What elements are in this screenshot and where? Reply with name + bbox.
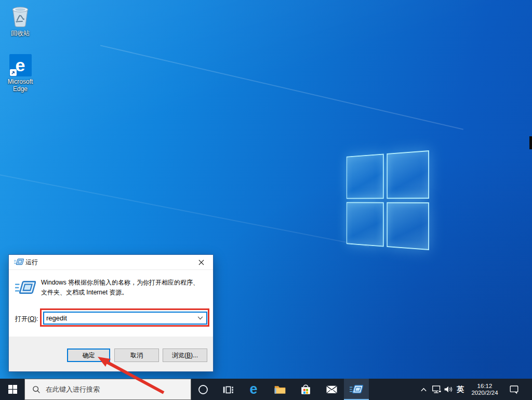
file-explorer-button[interactable] xyxy=(267,379,292,400)
cursor-artifact xyxy=(529,136,532,149)
close-button[interactable] xyxy=(190,255,213,269)
run-dialog-title: 运行 xyxy=(25,255,38,270)
show-hidden-icons-button[interactable] xyxy=(418,379,429,400)
browse-button[interactable]: 浏览(B)... xyxy=(163,349,207,362)
open-label-pre: 打开( xyxy=(15,315,30,322)
wallpaper-shadow xyxy=(159,151,532,379)
run-body-icon xyxy=(15,279,36,296)
run-dialog-icon xyxy=(14,258,24,266)
windows-logo-pane xyxy=(347,154,384,199)
task-view-icon xyxy=(222,383,234,396)
task-view-button[interactable] xyxy=(216,379,240,400)
windows-logo-pane xyxy=(387,150,429,199)
description-line-2: 文件夹、文档或 Internet 资源。 xyxy=(41,288,210,298)
mail-icon xyxy=(325,383,338,396)
recycle-bin-label: 回收站 xyxy=(0,30,41,37)
cortana-icon xyxy=(198,384,208,395)
clock-time: 16:12 xyxy=(477,383,493,390)
network-icon xyxy=(432,385,442,394)
edge-label: Microsoft Edge xyxy=(0,78,41,93)
ime-indicator[interactable]: 英 xyxy=(454,379,467,400)
open-combobox[interactable] xyxy=(43,312,207,325)
microsoft-store-button[interactable] xyxy=(293,379,318,400)
search-input[interactable] xyxy=(46,385,191,393)
ime-label: 英 xyxy=(457,385,464,394)
open-label-post: ): xyxy=(34,315,38,322)
open-label-mnemonic: O xyxy=(30,315,34,322)
run-dialog: 运行 Windows 将根据你所输入的名称，为你打开相应的程序、 文件夹、文档或… xyxy=(8,254,214,372)
shortcut-arrow-icon xyxy=(10,69,17,76)
run-dialog-description: Windows 将根据你所输入的名称，为你打开相应的程序、 文件夹、文档或 In… xyxy=(41,278,210,298)
browse-label-post: )... xyxy=(191,352,198,359)
run-dialog-titlebar[interactable]: 运行 xyxy=(9,255,213,270)
desktop-screen: 回收站 e Microsoft Edge 运行 Windows 将根据你所输入的… xyxy=(0,0,532,400)
speaker-icon xyxy=(444,385,453,394)
cortana-button[interactable] xyxy=(191,379,215,400)
browse-label-mnemonic: B xyxy=(187,352,191,359)
desktop-icon-recycle-bin[interactable]: 回收站 xyxy=(0,3,41,37)
windows-start-icon xyxy=(8,385,17,394)
chevron-up-icon xyxy=(420,387,427,392)
windows-logo xyxy=(347,150,429,250)
action-center-icon xyxy=(509,384,520,395)
search-icon xyxy=(32,385,41,394)
clock-date: 2020/2/24 xyxy=(471,390,498,396)
taskbar-edge-button[interactable]: e xyxy=(241,379,266,400)
ok-button[interactable]: 确定 xyxy=(67,349,110,362)
close-icon xyxy=(198,260,204,265)
mail-button[interactable] xyxy=(319,379,344,400)
taskbar-clock[interactable]: 16:12 2020/2/24 xyxy=(467,379,503,400)
open-field-label: 打开(O): xyxy=(15,315,38,324)
windows-logo-pane xyxy=(347,202,384,247)
cancel-button[interactable]: 取消 xyxy=(114,349,159,362)
network-tray-button[interactable] xyxy=(430,379,443,400)
edge-e-glyph: e xyxy=(16,56,25,74)
desktop-icon-edge[interactable]: e Microsoft Edge xyxy=(0,54,41,93)
file-explorer-icon xyxy=(273,383,286,396)
volume-tray-button[interactable] xyxy=(443,379,454,400)
taskbar: e xyxy=(0,379,532,400)
microsoft-store-icon xyxy=(299,383,312,396)
recycle-bin-icon xyxy=(9,3,31,28)
start-button[interactable] xyxy=(0,379,25,400)
edge-tile-icon: e xyxy=(9,54,32,76)
open-input[interactable] xyxy=(44,313,197,324)
action-center-button[interactable] xyxy=(505,379,523,400)
description-line-1: Windows 将根据你所输入的名称，为你打开相应的程序、 xyxy=(41,278,210,288)
taskbar-search[interactable] xyxy=(24,379,191,400)
windows-logo-pane xyxy=(387,202,429,250)
taskbar-run-button[interactable] xyxy=(344,379,369,400)
edge-icon: e xyxy=(249,382,257,396)
browse-label-pre: 浏览( xyxy=(172,351,187,360)
run-taskbar-icon xyxy=(350,384,363,395)
chevron-down-icon[interactable] xyxy=(197,316,203,320)
